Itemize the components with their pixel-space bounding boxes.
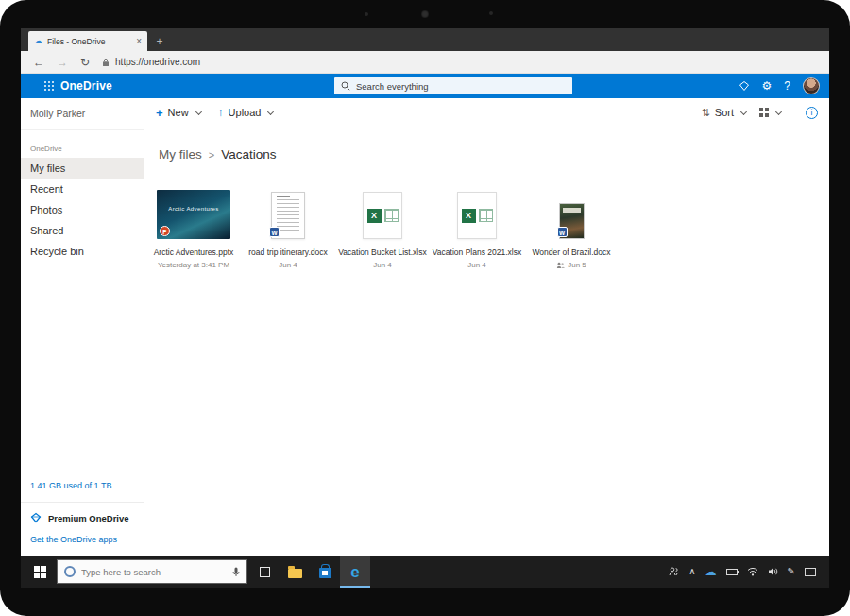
sidebar-item-recycle-bin[interactable]: Recycle bin <box>21 241 144 262</box>
file-meta: Yesterday at 3:41 PM <box>146 261 241 269</box>
browser-tab[interactable]: ☁ Files - OneDrive × <box>28 31 147 51</box>
taskbar: e ∧ ☁ <box>21 556 829 588</box>
settings-gear-icon[interactable]: ⚙ <box>762 80 773 92</box>
thumbnail: Arctic Adventures P <box>146 186 241 239</box>
upload-button-label: Upload <box>229 107 262 118</box>
excel-badge-icon: X <box>367 209 382 223</box>
docx-thumbnail: W <box>271 192 305 239</box>
back-icon[interactable]: ← <box>33 56 44 69</box>
file-name: Wonder of Brazil.docx <box>524 248 619 257</box>
pen-icon[interactable]: ✎ <box>788 567 795 576</box>
file-tile-arctic-adventures[interactable]: Arctic Adventures P Arctic Adventures.pp… <box>146 186 241 269</box>
app-body: Molly Parker OneDrive My files Recent Ph… <box>21 98 829 556</box>
document-text-lines <box>277 199 299 231</box>
command-bar-right: ⇅ Sort i <box>702 107 818 119</box>
file-tile-road-trip-itinerary[interactable]: W road trip itinerary.docx Jun 4 <box>241 186 335 269</box>
word-badge-icon: W <box>557 227 568 237</box>
new-tab-button[interactable]: + <box>147 31 172 51</box>
sidebar-item-recent[interactable]: Recent <box>21 179 144 199</box>
tab-title: Files - OneDrive <box>47 37 131 46</box>
breadcrumb-current-folder: Vacations <box>221 147 276 162</box>
speaker-icon[interactable] <box>768 567 778 576</box>
sort-button-label: Sort <box>715 107 734 118</box>
view-toggle-button[interactable] <box>759 108 781 117</box>
sidebar-item-shared[interactable]: Shared <box>21 220 144 241</box>
address-bar: ← → ↻ https://onedrive.com <box>21 51 829 74</box>
premium-diamond-icon <box>30 512 42 523</box>
url-field[interactable]: https://onedrive.com <box>102 57 200 67</box>
premium-onedrive-row[interactable]: Premium OneDrive <box>21 502 144 533</box>
browser-tab-bar: ☁ Files - OneDrive × + <box>21 28 829 51</box>
new-button[interactable]: + New <box>156 107 201 119</box>
waffle-icon <box>44 81 46 83</box>
file-tile-wonder-of-brazil[interactable]: W Wonder of Brazil.docx Jun 5 <box>524 186 619 269</box>
xlsx-thumbnail: X <box>363 192 402 239</box>
file-name: Arctic Adventures.pptx <box>146 248 241 257</box>
excel-badge-icon: X <box>462 209 476 223</box>
people-icon[interactable] <box>669 567 679 576</box>
onedrive-header: OneDrive ⚙ ? <box>21 74 829 98</box>
show-hidden-icons-caret[interactable]: ∧ <box>688 567 695 576</box>
file-tile-vacation-plans-2021[interactable]: X Vacation Plans 2021.xlsx Jun 4 <box>430 186 524 269</box>
forward-icon[interactable]: → <box>57 56 68 69</box>
task-view-button[interactable] <box>249 556 280 588</box>
file-explorer-button[interactable] <box>280 556 310 588</box>
sidebar-item-photos[interactable]: Photos <box>21 199 144 220</box>
system-tray: ∧ ☁ ✎ <box>669 565 825 578</box>
powerpoint-badge-icon: P <box>160 226 170 236</box>
file-tile-vacation-bucket-list[interactable]: X Vacation Bucket List.xlsx Jun 4 <box>335 186 430 269</box>
url-text: https://onedrive.com <box>115 57 200 67</box>
wifi-icon[interactable] <box>747 567 758 576</box>
app-launcher-button[interactable] <box>30 74 53 98</box>
breadcrumb: My files > Vacations <box>144 127 829 162</box>
display-icon[interactable] <box>805 568 816 576</box>
thumbnail: X <box>335 186 430 239</box>
sidebar-bottom: 1.41 GB used of 1 TB Premium OneDrive Ge… <box>21 473 144 550</box>
taskbar-search-box[interactable] <box>57 559 247 584</box>
account-avatar[interactable] <box>803 77 820 94</box>
taskbar-search-input[interactable] <box>81 567 227 577</box>
bezel-mic-dot <box>365 12 368 16</box>
upload-arrow-icon: ↑ <box>218 107 224 118</box>
camera <box>421 10 429 18</box>
breadcrumb-separator: > <box>209 149 214 161</box>
thumbnail-caption: Arctic Adventures <box>157 206 230 212</box>
search-input[interactable] <box>356 81 566 92</box>
grid-view-icon <box>759 108 769 117</box>
upload-button[interactable]: ↑ Upload <box>218 107 274 118</box>
screen: ☁ Files - OneDrive × + ← → ↻ https://one… <box>21 28 829 588</box>
details-info-icon[interactable]: i <box>806 107 818 119</box>
edge-browser-button[interactable]: e <box>340 556 370 588</box>
file-meta: Jun 5 <box>524 261 619 269</box>
main-content: + New ↑ Upload ⇅ Sort <box>144 98 829 556</box>
file-meta: Jun 4 <box>430 261 524 269</box>
premium-diamond-icon[interactable] <box>739 80 750 92</box>
microphone-icon[interactable] <box>232 567 240 577</box>
onedrive-tray-cloud-icon[interactable]: ☁ <box>706 565 717 578</box>
storage-usage-link[interactable]: 1.41 GB used of 1 TB <box>21 473 144 502</box>
edge-logo-icon: e <box>350 564 359 580</box>
search-box[interactable] <box>334 77 572 94</box>
cortana-icon <box>64 566 76 577</box>
word-badge-icon: W <box>269 227 280 237</box>
get-apps-link[interactable]: Get the OneDrive apps <box>21 533 144 550</box>
battery-icon[interactable] <box>726 569 738 575</box>
thumbnail: W <box>524 186 619 239</box>
file-meta: Jun 4 <box>241 261 335 269</box>
app-title: OneDrive <box>60 79 112 93</box>
microsoft-store-button[interactable] <box>310 556 340 588</box>
sort-button[interactable]: ⇅ Sort <box>702 107 746 119</box>
help-icon[interactable]: ? <box>784 80 790 92</box>
windows-logo-icon <box>34 566 46 578</box>
refresh-icon[interactable]: ↻ <box>80 56 90 69</box>
new-button-label: New <box>168 107 189 118</box>
breadcrumb-my-files[interactable]: My files <box>159 147 202 162</box>
thumbnail: W <box>241 186 335 239</box>
start-button[interactable] <box>25 556 55 588</box>
file-tiles: Arctic Adventures P Arctic Adventures.pp… <box>144 186 829 269</box>
chevron-down-icon <box>267 108 274 114</box>
tab-close-icon[interactable]: × <box>136 37 142 46</box>
thumbnail: X <box>430 186 524 239</box>
sidebar: Molly Parker OneDrive My files Recent Ph… <box>21 98 144 556</box>
sidebar-item-my-files[interactable]: My files <box>21 158 144 179</box>
